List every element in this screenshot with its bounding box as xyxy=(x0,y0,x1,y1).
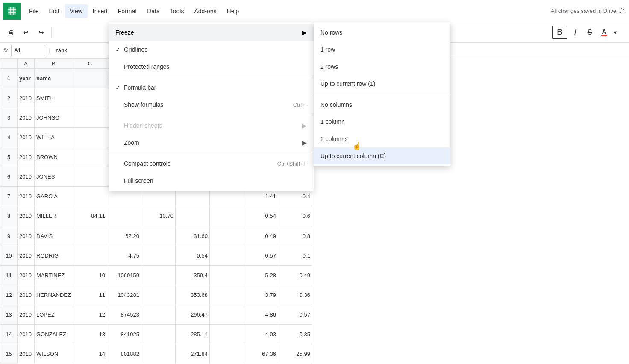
font-color-button[interactable]: A xyxy=(597,26,611,39)
cell-c15[interactable]: 14 xyxy=(73,344,107,364)
cell-c12[interactable]: 11 xyxy=(73,285,107,305)
cell-g12[interactable] xyxy=(209,285,244,305)
print-button[interactable]: 🖨 xyxy=(3,26,17,39)
view-full-screen[interactable]: Full screen xyxy=(109,172,314,189)
cell-h14[interactable]: 4.03 xyxy=(244,324,278,344)
menu-tools[interactable]: Tools xyxy=(165,4,189,18)
cell-h9[interactable]: 0.49 xyxy=(244,226,278,246)
cell-a7[interactable]: 2010 xyxy=(18,187,35,206)
row-num-7[interactable]: 7 xyxy=(0,187,18,206)
cell-g14[interactable] xyxy=(209,324,244,344)
cell-b7[interactable]: GARCIA xyxy=(35,187,73,206)
strikethrough-button[interactable]: S xyxy=(583,26,597,39)
cell-e12[interactable] xyxy=(141,285,175,305)
cell-c10[interactable] xyxy=(73,246,107,265)
cell-a14[interactable]: 2010 xyxy=(18,324,35,344)
cell-a9[interactable]: 2010 xyxy=(18,226,35,246)
menu-edit[interactable]: Edit xyxy=(44,4,65,18)
menu-view[interactable]: View xyxy=(65,4,88,18)
cell-i11[interactable]: 0.49 xyxy=(278,265,312,285)
cell-a5[interactable]: 2010 xyxy=(18,147,35,167)
font-color-dropdown[interactable]: ▼ xyxy=(612,26,619,39)
menu-format[interactable]: Format xyxy=(113,4,142,18)
col-header-b[interactable]: B xyxy=(35,59,73,69)
cell-f8[interactable] xyxy=(175,206,209,226)
cell-b11[interactable]: MARTINEZ xyxy=(35,265,73,285)
cell-c4[interactable] xyxy=(73,128,107,147)
view-compact-controls[interactable]: Compact controls Ctrl+Shift+F xyxy=(109,155,314,172)
cell-i10[interactable]: 0.1 xyxy=(278,246,312,265)
view-show-formulas[interactable]: Show formulas Ctrl+` xyxy=(109,96,314,113)
cell-i15[interactable]: 25.99 xyxy=(278,344,312,364)
cell-b4[interactable]: WILLIA xyxy=(35,128,73,147)
cell-g13[interactable] xyxy=(209,305,244,324)
cell-f13[interactable]: 296.47 xyxy=(175,305,209,324)
cell-c14[interactable]: 13 xyxy=(73,324,107,344)
freeze-1-row[interactable]: 1 row xyxy=(314,41,450,58)
col-header-c[interactable]: C xyxy=(73,59,107,69)
row-num-12[interactable]: 12 xyxy=(0,285,18,305)
cell-g11[interactable] xyxy=(209,265,244,285)
freeze-no-columns[interactable]: No columns xyxy=(314,96,450,113)
cell-d10[interactable]: 4.75 xyxy=(107,246,141,265)
cell-c7[interactable] xyxy=(73,187,107,206)
freeze-2-columns[interactable]: 2 columns xyxy=(314,130,450,147)
cell-e9[interactable] xyxy=(141,226,175,246)
row-num-11[interactable]: 11 xyxy=(0,265,18,285)
freeze-1-column[interactable]: 1 column xyxy=(314,113,450,130)
cell-a10[interactable]: 2010 xyxy=(18,246,35,265)
cell-b8[interactable]: MILLER xyxy=(35,206,73,226)
cell-b6[interactable]: JONES xyxy=(35,167,73,187)
freeze-2-rows[interactable]: 2 rows xyxy=(314,58,450,75)
cell-f12[interactable]: 353.68 xyxy=(175,285,209,305)
cell-a1[interactable]: year xyxy=(18,69,35,88)
cell-c2[interactable] xyxy=(73,88,107,108)
cell-h11[interactable]: 5.28 xyxy=(244,265,278,285)
row-num-3[interactable]: 3 xyxy=(0,108,18,128)
cell-c13[interactable]: 12 xyxy=(73,305,107,324)
redo-button[interactable]: ↪ xyxy=(34,26,48,39)
cell-a13[interactable]: 2010 xyxy=(18,305,35,324)
cell-e13[interactable] xyxy=(141,305,175,324)
menu-addons[interactable]: Add-ons xyxy=(189,4,221,18)
cell-e10[interactable] xyxy=(141,246,175,265)
row-num-1[interactable]: 1 xyxy=(0,69,18,88)
cell-a2[interactable]: 2010 xyxy=(18,88,35,108)
cell-f11[interactable]: 359.4 xyxy=(175,265,209,285)
cell-f15[interactable]: 271.84 xyxy=(175,344,209,364)
cell-i14[interactable]: 0.35 xyxy=(278,324,312,344)
cell-b15[interactable]: WILSON xyxy=(35,344,73,364)
cell-a8[interactable]: 2010 xyxy=(18,206,35,226)
cell-e14[interactable] xyxy=(141,324,175,344)
view-protected-ranges[interactable]: Protected ranges xyxy=(109,58,314,75)
cell-i8[interactable]: 0.6 xyxy=(278,206,312,226)
cell-reference-box[interactable]: A1 xyxy=(11,45,45,56)
bold-button[interactable]: B xyxy=(552,26,567,39)
cell-d9[interactable]: 62.20 xyxy=(107,226,141,246)
freeze-menu-header[interactable]: Freeze ▶ xyxy=(109,24,314,41)
cell-g8[interactable] xyxy=(209,206,244,226)
cell-a15[interactable]: 2010 xyxy=(18,344,35,364)
col-header-a[interactable]: A xyxy=(18,59,35,69)
cell-d13[interactable]: 874523 xyxy=(107,305,141,324)
row-num-13[interactable]: 13 xyxy=(0,305,18,324)
row-num-6[interactable]: 6 xyxy=(0,167,18,187)
cell-e8[interactable]: 10.70 xyxy=(141,206,175,226)
menu-file[interactable]: File xyxy=(24,4,44,18)
view-gridlines[interactable]: ✓ Gridlines xyxy=(109,41,314,58)
cell-a4[interactable]: 2010 xyxy=(18,128,35,147)
cell-b14[interactable]: GONZALEZ xyxy=(35,324,73,344)
cell-g15[interactable] xyxy=(209,344,244,364)
cell-c11[interactable]: 10 xyxy=(73,265,107,285)
cell-b13[interactable]: LOPEZ xyxy=(35,305,73,324)
cell-e11[interactable] xyxy=(141,265,175,285)
menu-data[interactable]: Data xyxy=(142,4,165,18)
menu-help[interactable]: Help xyxy=(222,4,244,18)
row-num-10[interactable]: 10 xyxy=(0,246,18,265)
cell-b9[interactable]: DAVIS xyxy=(35,226,73,246)
menu-insert[interactable]: Insert xyxy=(88,4,113,18)
cell-h10[interactable]: 0.57 xyxy=(244,246,278,265)
cell-g9[interactable] xyxy=(209,226,244,246)
cell-b3[interactable]: JOHNSO xyxy=(35,108,73,128)
cell-b2[interactable]: SMITH xyxy=(35,88,73,108)
